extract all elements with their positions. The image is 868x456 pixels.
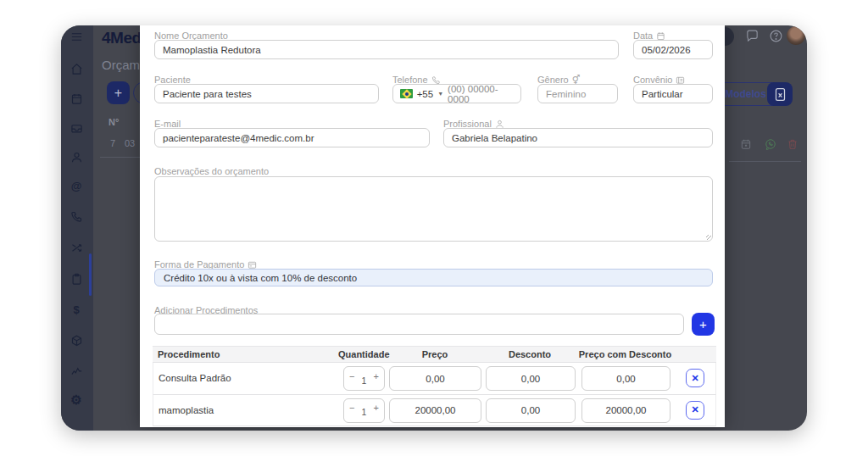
preco-input[interactable] [389,366,481,391]
menu-icon[interactable] [70,30,83,43]
chat-icon[interactable] [744,28,760,44]
phone-icon[interactable] [70,209,83,223]
reports-icon[interactable] [70,364,83,378]
whatsapp-icon[interactable] [764,137,777,151]
telefone-placeholder: (00) 00000-0000 [448,84,514,104]
country-code[interactable]: +55 [417,89,434,99]
orcamento-modal: Nome Orçamento Data Paciente Telefone +5… [140,25,725,427]
remove-row-button[interactable]: ✕ [686,369,704,387]
card-small-icon [676,75,685,85]
preco-input[interactable] [389,398,481,423]
calendar-small-icon [656,31,665,41]
brazil-flag-icon [400,89,413,98]
mentions-icon[interactable]: @ [70,179,83,192]
observacoes-textarea[interactable] [154,176,713,242]
calendar-icon[interactable] [70,92,83,105]
forma-pagamento-field[interactable]: Crédito 10x ou à vista com 10% de descon… [154,269,713,286]
user-avatar[interactable] [787,26,805,45]
observacoes-label: Observações do orçamento [154,166,269,176]
patients-icon[interactable] [70,150,83,164]
nome-orcamento-input[interactable] [154,40,619,59]
bg-divider-left [100,157,140,158]
inbox-icon[interactable] [70,121,83,135]
export-button[interactable] [767,82,793,106]
financial-icon[interactable]: $ [70,303,83,316]
stock-icon[interactable] [70,334,83,348]
preco-com-desconto-input[interactable] [581,366,670,391]
table-row: mamoplastia − 1 + ✕ [153,395,716,427]
bg-row-date: 03 [125,138,135,148]
home-icon[interactable] [70,62,83,75]
quantity-stepper[interactable]: − 1 + [343,366,385,391]
adicionar-procedimentos-input[interactable] [154,314,684,335]
table-row: Consulta Padrão − 1 + ✕ [153,363,716,395]
help-icon[interactable] [768,28,784,44]
plus-icon[interactable]: + [374,403,379,413]
budgets-icon[interactable] [70,272,83,286]
add-procedure-button[interactable]: + [692,313,715,336]
desconto-input[interactable] [486,398,576,423]
desconto-input[interactable] [486,366,576,391]
paciente-input[interactable] [154,84,379,103]
profissional-input[interactable] [443,128,713,147]
new-budget-button[interactable]: + [107,81,130,104]
minus-icon[interactable]: − [349,403,354,413]
col-preco: Preço [405,349,465,359]
sidebar: @ $ ⚙ [61,25,93,431]
plus-icon[interactable]: + [374,371,379,381]
data-input[interactable] [633,40,713,59]
quantity-value: 1 [362,407,367,417]
active-nav-indicator [89,253,92,296]
resize-handle[interactable] [704,232,711,240]
col-quantidade: Quantidade [338,349,389,359]
quantity-value: 1 [362,375,367,386]
procedures-table-header: Procedimento Quantidade Preço Desconto P… [153,346,716,363]
quantity-stepper[interactable]: − 1 + [343,398,385,423]
app-window: @ $ ⚙ 4Medic Orçamentos + N° 7 03 Modelo… [61,25,807,431]
trash-icon[interactable] [786,137,799,151]
gender-icon: ⚥ [572,75,581,85]
preco-com-desconto-input[interactable] [581,398,670,423]
forma-pagamento-value: Crédito 10x ou à vista com 10% de descon… [164,273,357,283]
bg-table-header-number: N° [108,117,119,127]
integrations-icon[interactable] [70,241,83,254]
schedule-icon[interactable] [739,137,753,151]
payment-card-icon [248,260,257,270]
col-preco-com-desconto: Preço com Desconto [576,349,674,359]
telefone-input[interactable]: +55 ▼ (00) 00000-0000 [392,84,521,103]
col-procedimento: Procedimento [158,349,220,359]
procedure-name: Consulta Padrão [159,373,231,383]
procedures-table: Procedimento Quantidade Preço Desconto P… [153,346,716,426]
chevron-down-icon: ▼ [437,91,443,97]
col-desconto: Desconto [500,349,559,359]
settings-icon[interactable]: ⚙ [70,393,83,407]
modelos-button-label: Modelos [725,88,766,100]
phone-small-icon [431,75,441,85]
file-x-icon [775,88,786,101]
minus-icon[interactable]: − [349,371,354,381]
genero-input[interactable] [537,84,618,103]
convenio-input[interactable] [633,84,713,103]
remove-row-button[interactable]: ✕ [686,401,704,420]
bg-divider-right [729,161,801,162]
bg-row-number: 7 [110,138,115,148]
person-small-icon [495,120,504,129]
email-input[interactable] [154,128,430,147]
procedure-name: mamoplastia [159,405,214,415]
